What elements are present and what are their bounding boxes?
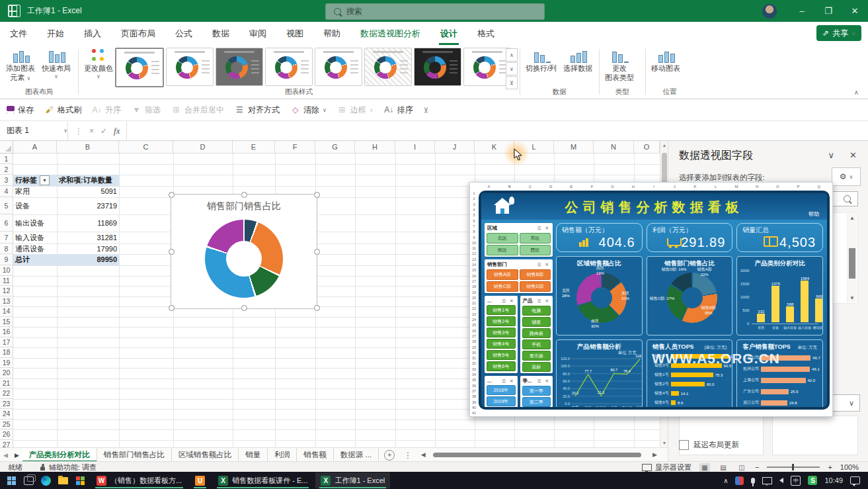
ribbon-tab-页面布局[interactable]: 页面布局 [120, 22, 157, 45]
格式刷-button[interactable]: 🖌格式刷 [44, 105, 81, 116]
slicer-button-路由器[interactable]: 路由器 [522, 328, 551, 338]
edge-icon[interactable] [37, 472, 54, 488]
toolbar-overflow-icon[interactable]: ⊻ [424, 107, 428, 114]
ribbon-tab-文件[interactable]: 文件 [9, 22, 28, 45]
scrollbar-thumb[interactable] [849, 248, 855, 279]
values-drop-zone[interactable] [772, 416, 858, 455]
checkbox-icon[interactable] [679, 440, 689, 450]
add-chart-element-button[interactable]: 添加图表元素 ∨ [3, 45, 38, 85]
slicer-button-销售3号[interactable]: 销售3号 [487, 328, 516, 337]
row-header-9[interactable]: 9 [0, 254, 13, 265]
move-chart-button[interactable]: 移动图表 [648, 45, 684, 75]
slicer-button-销售5号[interactable]: 销售5号 [487, 350, 516, 360]
sheet-tab-利润[interactable]: 利润 [268, 448, 297, 462]
gear-button[interactable]: ⚙∨ [832, 167, 861, 186]
row-header-24[interactable]: 24 [0, 409, 13, 420]
row-header-18[interactable]: 18 [0, 347, 13, 358]
minimize-button[interactable]: – [789, 0, 815, 22]
selection-handle[interactable] [169, 249, 175, 255]
pivot-category-cell[interactable]: 通讯设备 [13, 244, 57, 254]
zoom-out-button[interactable]: − [755, 463, 759, 471]
slicer-icons[interactable]: ☰ ✕ [537, 262, 550, 267]
speaker-icon[interactable] [779, 478, 783, 483]
slicer-button-销售B部[interactable]: 销售B部 [520, 269, 551, 280]
taskbar-app-工作簿1 - Excel[interactable]: X工作簿1 - Excel [315, 472, 390, 488]
column-header-E[interactable]: E [233, 141, 275, 154]
selection-handle[interactable] [314, 192, 320, 198]
row-header-14[interactable]: 14 [0, 306, 13, 317]
page-break-view-button[interactable]: ◫ [736, 463, 747, 472]
gallery-scroll-icon[interactable]: ∨ [506, 62, 518, 75]
sheet-nav-right-icon[interactable]: ▶ [15, 452, 19, 459]
column-header-C[interactable]: C [119, 141, 173, 154]
row-header-27[interactable]: 27 [0, 440, 13, 448]
row-header-19[interactable]: 19 [0, 358, 13, 369]
add-sheet-button[interactable]: + [384, 450, 395, 461]
slicer-button-销售2号[interactable]: 销售2号 [487, 316, 516, 326]
column-header-H[interactable]: H [355, 141, 395, 154]
tray-expand-icon[interactable]: ∧ [723, 477, 728, 484]
slicer-button-南区[interactable]: 南区 [487, 245, 518, 255]
column-header-O[interactable]: O [634, 141, 660, 154]
row-header-4[interactable]: 4 [0, 186, 13, 197]
ribbon-tab-视图[interactable]: 视图 [285, 22, 305, 45]
slicer-button-手机[interactable]: 手机 [522, 339, 551, 349]
pivot-category-cell[interactable]: 输入设备 [13, 232, 57, 244]
slicer-button-销售C部[interactable]: 销售C部 [487, 281, 518, 292]
close-icon[interactable]: ✕ [849, 150, 857, 160]
slicer-button-西区[interactable]: 西区 [520, 245, 551, 255]
microphone-icon[interactable] [751, 478, 755, 484]
share-button[interactable]: ⇗ 共享 ∨ [816, 25, 861, 41]
pivot-value-cell[interactable]: 11869 [57, 214, 119, 232]
slicer-icons[interactable]: ☰ ✕ [502, 378, 514, 384]
row-header-16[interactable]: 16 [0, 327, 13, 337]
ribbon-tab-插入[interactable]: 插入 [83, 22, 102, 45]
row-header-25[interactable]: 25 [0, 420, 13, 430]
row-header-7[interactable]: 7 [0, 232, 13, 244]
row-header-17[interactable]: 17 [0, 337, 13, 348]
ribbon-tab-公式[interactable]: 公式 [174, 22, 194, 45]
sheet-more-icon[interactable]: ⋮ [404, 451, 412, 460]
sheet-tab-销量[interactable]: 销量 [239, 448, 268, 462]
taskbar-app-（销售）数据看板方...[interactable]: W（销售）数据看板方... [91, 472, 187, 488]
store-icon[interactable] [71, 472, 89, 488]
taskbar-app-U[interactable]: U [190, 472, 210, 488]
sheet-nav-left-icon[interactable]: ◀ [3, 452, 8, 459]
scrollbar-thumb[interactable] [433, 453, 641, 457]
selection-handle[interactable] [314, 249, 320, 255]
chart-style-2[interactable] [166, 48, 214, 86]
cancel-icon[interactable]: × [89, 126, 94, 136]
slicer-button-2019年[interactable]: 2019年 [487, 396, 516, 406]
row-header-13[interactable]: 13 [0, 296, 13, 307]
pivot-total-value[interactable]: 89950 [57, 254, 119, 265]
column-header-M[interactable]: M [554, 141, 594, 154]
row-header-23[interactable]: 23 [0, 399, 13, 410]
tray-app-icon[interactable] [735, 476, 744, 485]
file-explorer-icon[interactable] [54, 472, 71, 488]
scroll-down-icon[interactable]: ▼ [848, 295, 857, 301]
gallery-more-icon[interactable]: ⊻ [506, 76, 518, 89]
column-header-B[interactable]: B [57, 141, 119, 154]
close-button[interactable]: ✕ [842, 0, 868, 22]
selection-handle[interactable] [169, 192, 175, 198]
slicer-button-2018年[interactable]: 2018年 [487, 385, 516, 395]
change-chart-type-button[interactable]: 更改图表类型 [602, 45, 637, 85]
row-header-5[interactable]: 5 [0, 197, 13, 214]
排序-button[interactable]: A↓排序 [384, 105, 413, 116]
sogou-icon[interactable]: S [808, 476, 817, 485]
pivot-category-cell[interactable]: 家用 [13, 186, 57, 197]
horizontal-scrollbar[interactable]: ◀▶ [416, 448, 668, 462]
donut-chart-object[interactable]: 销售部门销售占比 [171, 194, 317, 309]
pivot-value-cell[interactable]: 23719 [57, 197, 119, 214]
row-header-3[interactable]: 3 [0, 175, 13, 186]
column-header-F[interactable]: F [275, 141, 315, 154]
chart-style-5[interactable] [315, 48, 362, 86]
select-data-button[interactable]: 选择数据 [560, 45, 596, 75]
row-header-1[interactable]: 1 [0, 154, 13, 164]
slicer-button-销售D部[interactable]: 销售D部 [520, 281, 551, 292]
change-colors-button[interactable]: 更改颜色∨ [81, 45, 116, 82]
row-header-21[interactable]: 21 [0, 378, 13, 389]
collapse-ribbon-icon[interactable]: ∧ [854, 89, 859, 96]
gallery-scroll-icon[interactable]: ∧ [506, 48, 518, 62]
scroll-up-icon[interactable]: ▲ [848, 215, 857, 221]
